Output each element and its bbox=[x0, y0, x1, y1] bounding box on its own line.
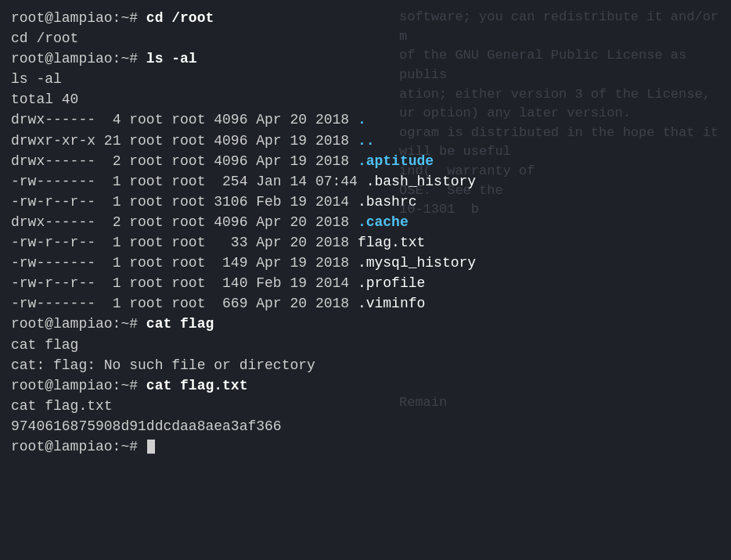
terminal-line: total 40 bbox=[11, 89, 720, 109]
terminal-line: drwx------ 2 root root 4096 Apr 20 2018 … bbox=[11, 212, 720, 232]
terminal-line: -rw------- 1 root root 254 Jan 14 07:44 … bbox=[11, 171, 720, 192]
terminal: root@lampiao:~# cd /rootcd /rootroot@lam… bbox=[0, 0, 731, 560]
cursor bbox=[147, 440, 155, 454]
terminal-line: root@lampiao:~# cd /root bbox=[11, 8, 720, 28]
terminal-line: cd /root bbox=[11, 28, 720, 48]
terminal-line: -rw-r--r-- 1 root root 140 Feb 19 2014 .… bbox=[11, 273, 720, 293]
terminal-line: drwxr-xr-x 21 root root 4096 Apr 19 2018… bbox=[11, 131, 720, 151]
terminal-line: ls -al bbox=[11, 69, 720, 89]
terminal-line: 9740616875908d91ddcdaa8aea3af366 bbox=[11, 416, 720, 436]
terminal-line: cat: flag: No such file or directory bbox=[11, 355, 720, 375]
terminal-line: -rw------- 1 root root 149 Apr 19 2018 .… bbox=[11, 253, 720, 273]
terminal-line: root@lampiao:~# bbox=[11, 436, 720, 457]
terminal-line: cat flag bbox=[11, 335, 720, 355]
terminal-line: -rw-r--r-- 1 root root 3106 Feb 19 2014 … bbox=[11, 192, 720, 212]
terminal-line: root@lampiao:~# ls -al bbox=[11, 48, 720, 69]
terminal-line: root@lampiao:~# cat flag.txt bbox=[11, 375, 720, 396]
terminal-line: root@lampiao:~# cat flag bbox=[11, 314, 720, 334]
terminal-line: drwx------ 2 root root 4096 Apr 19 2018 … bbox=[11, 151, 720, 171]
terminal-line: -rw-r--r-- 1 root root 33 Apr 20 2018 fl… bbox=[11, 232, 720, 253]
terminal-line: -rw------- 1 root root 669 Apr 20 2018 .… bbox=[11, 293, 720, 314]
terminal-line: drwx------ 4 root root 4096 Apr 20 2018 … bbox=[11, 109, 720, 130]
terminal-line: cat flag.txt bbox=[11, 396, 720, 416]
